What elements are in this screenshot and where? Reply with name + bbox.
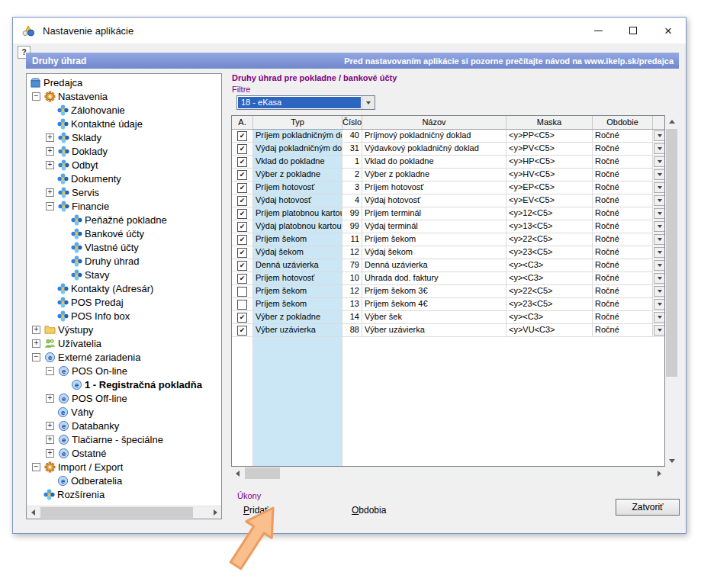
obdobie-dropdown-button[interactable] <box>654 221 665 232</box>
obdobie-dropdown-button[interactable] <box>654 156 665 167</box>
tree-horizontal-scrollbar[interactable] <box>27 506 221 519</box>
table-row[interactable]: ✔Príjem platobnou kartou99Príjem terminá… <box>232 207 664 220</box>
minimize-button[interactable] <box>580 18 616 43</box>
checkbox-checked[interactable]: ✔ <box>237 326 247 336</box>
scroll-right-button[interactable] <box>653 467 665 480</box>
expand-icon[interactable]: + <box>32 326 40 334</box>
obdobie-dropdown-button[interactable] <box>654 260 665 271</box>
tree-item-predajca[interactable]: Predajca <box>27 76 221 89</box>
tree-item-financie[interactable]: −Financie <box>27 199 221 213</box>
checkbox-checked[interactable]: ✔ <box>237 222 247 232</box>
expand-icon[interactable]: + <box>46 422 54 430</box>
tree-item-zalohovanie[interactable]: Zálohovanie <box>27 103 221 117</box>
collapse-icon[interactable]: − <box>32 463 40 471</box>
tree-item-dokumenty[interactable]: Dokumenty <box>27 172 221 185</box>
tree-item-externe-zariadenia[interactable]: −eExterné zariadenia <box>27 350 221 364</box>
table-row[interactable]: ✔Výber z pokladne2Výber z pokladne<y>HV<… <box>232 169 664 182</box>
checkbox-checked[interactable]: ✔ <box>237 248 247 258</box>
scroll-thumb[interactable] <box>666 129 677 377</box>
checkbox-checked[interactable]: ✔ <box>237 144 247 154</box>
tree-item-pos-off-line[interactable]: +ePOS Off-line <box>27 391 221 405</box>
tree-item-tlaciarne-specialne[interactable]: +eTlačiarne - špeciálne <box>27 432 221 446</box>
tree-item-stavy[interactable]: Stavy <box>27 268 221 281</box>
tree-item-pos-info-box[interactable]: POS Info box <box>27 309 221 323</box>
scroll-up-button[interactable] <box>665 115 678 127</box>
obdobie-dropdown-button[interactable] <box>654 182 665 193</box>
tree-item-nastavenia[interactable]: −Nastavenia <box>27 89 221 103</box>
table-row[interactable]: ✔Denná uzávierka79Denná uzávierka<y><C3>… <box>232 259 664 272</box>
checkbox-checked[interactable]: ✔ <box>237 157 247 167</box>
expand-icon[interactable]: + <box>46 449 54 458</box>
expand-icon[interactable]: + <box>32 339 40 348</box>
table-vertical-scrollbar[interactable] <box>665 115 678 467</box>
obdobie-dropdown-button[interactable] <box>654 286 665 297</box>
obdobie-dropdown-button[interactable] <box>654 143 665 154</box>
expand-icon[interactable]: + <box>46 147 54 156</box>
tree-item-1-registracna-pokladna[interactable]: e1 - Registračná pokladňa <box>27 378 221 391</box>
table-horizontal-scrollbar[interactable] <box>231 467 665 480</box>
filter-combobox[interactable]: 18 - eKasa <box>236 95 375 110</box>
scroll-left-button[interactable] <box>231 467 243 480</box>
obdobie-dropdown-button[interactable] <box>654 325 665 336</box>
tree-item-pos-predaj[interactable]: POS Predaj <box>27 295 221 309</box>
collapse-icon[interactable]: − <box>46 202 54 210</box>
tree-item-druhy-uhrad[interactable]: Druhy úhrad <box>27 254 221 268</box>
scroll-down-button[interactable] <box>665 455 678 467</box>
scroll-right-button[interactable] <box>209 506 221 519</box>
tree-item-bankove-ucty[interactable]: Bankové účty <box>27 227 221 240</box>
tree-item-odberatelia[interactable]: eOdberatelia <box>27 474 221 487</box>
table-row[interactable]: Príjem šekom13Príjem šekom 4€<y>23<C5>Ro… <box>232 298 664 311</box>
tree-item-doklady[interactable]: +Doklady <box>27 144 221 158</box>
checkbox-checked[interactable]: ✔ <box>237 183 247 193</box>
add-button[interactable]: Pridať <box>243 505 269 516</box>
expand-icon[interactable]: + <box>46 394 54 403</box>
tree-item-databanky[interactable]: +eDatabanky <box>27 419 221 432</box>
obdobie-dropdown-button[interactable] <box>654 169 665 180</box>
scroll-thumb[interactable] <box>245 468 280 479</box>
tree-item-servis[interactable]: +Servis <box>27 185 221 199</box>
expand-icon[interactable]: + <box>46 188 54 197</box>
tree-item-pos-on-line[interactable]: −ePOS On-line <box>27 364 221 378</box>
tree-item-rozsirenia[interactable]: Rozšírenia <box>27 487 221 501</box>
tree-item-odbyt[interactable]: +Odbyt <box>27 158 221 172</box>
close-dialog-button[interactable]: Zatvoriť <box>616 499 680 516</box>
table-row[interactable]: ✔Príjem pokladničným dokladom40Príjmový … <box>232 130 664 143</box>
close-button[interactable]: × <box>651 18 686 43</box>
tree-item-kontakty-adresar[interactable]: Kontakty (Adresár) <box>27 281 221 295</box>
collapse-icon[interactable]: − <box>32 353 40 361</box>
checkbox-checked[interactable]: ✔ <box>237 209 247 219</box>
obdobie-dropdown-button[interactable] <box>654 234 665 245</box>
obdobie-dropdown-button[interactable] <box>654 312 665 323</box>
table-row[interactable]: ✔Príjem šekom11Príjem šekom<y>22<C5>Ročn… <box>232 233 664 246</box>
tree-item-sklady[interactable]: +Sklady <box>27 130 221 144</box>
tree-item-import-export[interactable]: −Import / Export <box>27 460 221 474</box>
obdobie-dropdown-button[interactable] <box>654 273 665 284</box>
table-row[interactable]: ✔Príjem hotovosť3Príjem hotovosť<y>EP<C5… <box>232 182 664 194</box>
checkbox-unchecked[interactable] <box>237 287 247 297</box>
table-row[interactable]: ✔Vklad do pokladne1Vklad do pokladne<y>H… <box>232 156 664 169</box>
obdobie-dropdown-button[interactable] <box>654 195 665 206</box>
obdobie-dropdown-button[interactable] <box>654 130 665 141</box>
table-row[interactable]: ✔Výber z pokladne14Výber šek<y><C3>Ročné <box>232 311 664 324</box>
expand-icon[interactable]: + <box>46 161 54 169</box>
checkbox-checked[interactable]: ✔ <box>237 274 247 284</box>
checkbox-checked[interactable]: ✔ <box>237 170 247 180</box>
tree-item-vahy[interactable]: eVáhy <box>27 405 221 419</box>
checkbox-unchecked[interactable] <box>237 300 247 310</box>
tree-item-vystupy[interactable]: +Výstupy <box>27 323 221 336</box>
expand-icon[interactable]: + <box>46 435 54 444</box>
collapse-icon[interactable]: − <box>46 367 54 375</box>
periods-button[interactable]: Obdobia <box>352 505 386 516</box>
checkbox-checked[interactable]: ✔ <box>237 235 247 245</box>
expand-icon[interactable]: + <box>46 133 54 142</box>
checkbox-checked[interactable]: ✔ <box>237 131 247 141</box>
scroll-thumb[interactable] <box>40 507 193 518</box>
table-row[interactable]: ✔Príjem hotovosť10Uhrada dod. faktury<y>… <box>232 272 664 285</box>
scroll-left-button[interactable] <box>27 506 39 519</box>
table-row[interactable]: ✔Výdaj hotovosť4Výdaj hotovosť<y>EV<C5>R… <box>232 194 664 207</box>
tree-item-uzivatelia[interactable]: +Užívatelia <box>27 336 221 350</box>
checkbox-checked[interactable]: ✔ <box>237 313 247 323</box>
tree-item-kontaktne-udaje[interactable]: Kontaktné údaje <box>27 117 221 130</box>
obdobie-dropdown-button[interactable] <box>654 299 665 310</box>
checkbox-checked[interactable]: ✔ <box>237 261 247 271</box>
